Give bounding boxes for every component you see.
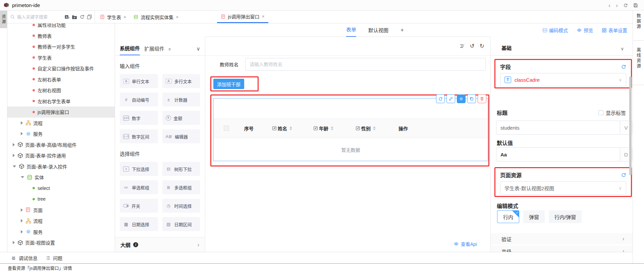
sidebar-item-student-table[interactable]: 学生表 — [7, 52, 115, 63]
sync-field-icon[interactable] — [436, 94, 445, 103]
code-mode-button[interactable]: 编码模式 — [542, 27, 568, 33]
column-header-gender[interactable]: 性别 — [356, 125, 398, 132]
preview-button[interactable]: 预览 — [577, 27, 593, 33]
sidebar-tab-resources[interactable]: 资源 — [0, 11, 7, 28]
component-auto-number[interactable]: #自动编号 — [120, 92, 158, 107]
sidebar-item-page[interactable]: 页面 — [7, 205, 115, 216]
sidebar-item-clipped[interactable]: 属性项目功能 — [7, 23, 115, 30]
caret-right-icon[interactable] — [21, 132, 23, 135]
component-number-range[interactable]: 1~3数字区间 — [120, 129, 158, 143]
caret-right-icon[interactable] — [13, 154, 15, 157]
collapse-all-icon[interactable] — [87, 14, 92, 19]
title-value-input[interactable]: students — [496, 121, 620, 135]
sidebar-item-page-view-settings[interactable]: 页面-视图设置 — [7, 237, 115, 248]
outline-panel-toggle[interactable]: 大纲 i › — [115, 237, 205, 252]
section-validation[interactable]: 验证 › — [491, 233, 633, 245]
problems-button[interactable]: 问题 — [45, 255, 62, 261]
add-view-button[interactable]: + — [400, 27, 404, 33]
teacher-name-input[interactable] — [245, 58, 486, 71]
tab-process-entity-set[interactable]: 流程实例实体集 × — [130, 11, 182, 23]
component-number[interactable]: 123数字 — [120, 111, 158, 125]
sidebar-item-entity[interactable]: 实体 — [7, 172, 115, 183]
caret-right-icon[interactable] — [13, 241, 15, 244]
component-tree-dropdown[interactable]: ⊟树形下拉 — [162, 162, 201, 176]
component-date-picker[interactable]: ▦日期选择 — [120, 217, 158, 231]
tab-default-view[interactable]: 默认视图 — [368, 26, 388, 33]
component-date-range[interactable]: ▤日期区间 — [162, 217, 201, 231]
sidebar-item-page-form-advanced-layout[interactable]: 页面-表单-高级/布局组件 — [7, 139, 115, 150]
copy-component-icon[interactable] — [467, 94, 476, 103]
inspector-scrollbar[interactable] — [629, 76, 632, 175]
component-counter[interactable]: ±计数器 — [162, 92, 201, 107]
close-tab-icon[interactable]: × — [262, 14, 265, 19]
component-amount[interactable]: ¥金额 — [162, 111, 201, 125]
debug-info-button[interactable]: 调试信息 — [11, 255, 38, 261]
refresh-field-icon[interactable] — [621, 64, 626, 69]
mode-popup[interactable]: 弹窗 — [523, 210, 545, 223]
field-select[interactable]: T classCadre ∨ — [500, 73, 626, 86]
sidebar-item-page-form-input-controls[interactable]: 页面-表单-录入控件 — [7, 161, 115, 172]
sidebar-item-teacher-one-to-many[interactable]: 教师表一对多学生 — [7, 41, 115, 52]
component-multi-line-text[interactable]: A多行文本 — [162, 74, 201, 88]
component-editor[interactable]: A≣编辑器 — [162, 129, 201, 143]
component-radio-group[interactable]: ≔单选框组 — [120, 180, 158, 194]
caret-right-icon[interactable] — [13, 143, 15, 146]
import-resource-icon[interactable] — [64, 14, 69, 19]
refresh-icon[interactable] — [623, 3, 628, 8]
mode-inline[interactable]: 行内 ✓ — [497, 210, 519, 223]
refresh-tree-icon[interactable] — [79, 14, 85, 19]
mode-inline-popup[interactable]: 行内/弹窗 — [549, 210, 582, 223]
column-header-name[interactable]: 姓名 — [272, 125, 313, 132]
nav-forward-icon[interactable]: › — [616, 2, 618, 8]
tab-system-components[interactable]: 系统组件 — [120, 45, 140, 55]
sidebar-item-teacher-table[interactable]: 教师表 — [7, 30, 115, 42]
caret-right-icon[interactable] — [21, 121, 23, 125]
default-value-input[interactable]: Aa — [496, 147, 620, 161]
delete-component-icon[interactable] — [478, 94, 486, 103]
link-field-icon[interactable] — [446, 94, 455, 103]
selected-table-component[interactable]: 序号 姓名 年龄 性别 — [213, 98, 488, 161]
save-icon[interactable] — [633, 3, 638, 8]
inspector-header[interactable]: 基础 ∨ — [491, 37, 633, 56]
close-tab-icon[interactable]: × — [176, 14, 178, 20]
caret-down-icon[interactable] — [21, 176, 24, 178]
form-settings-button[interactable]: 表单设置 — [602, 27, 627, 33]
component-switch[interactable]: 开关 — [120, 199, 158, 213]
view-api-link[interactable]: 查看Api — [453, 241, 477, 247]
sidebar-item-left-tree-right-view[interactable]: 左树右视图 — [7, 85, 115, 96]
caret-down-icon[interactable] — [13, 165, 16, 167]
sidebar-item-left-tree-right-student-form[interactable]: 左树右学生表单 — [7, 96, 115, 107]
sidebar-item-service[interactable]: 服务 — [7, 128, 115, 139]
caret-right-icon[interactable] — [21, 230, 23, 233]
sidebar-item-tree[interactable]: tree — [7, 194, 115, 205]
tab-js-popup-window[interactable]: js调用弹出窗口 × — [217, 11, 268, 23]
caret-right-icon[interactable] — [21, 219, 23, 222]
show-label-checkbox[interactable]: 显示标签 — [598, 109, 626, 116]
sidebar-item-select[interactable]: select — [7, 183, 115, 194]
sort-icons[interactable] — [331, 126, 333, 130]
component-dropdown[interactable]: ∨下拉选择 — [120, 162, 158, 176]
sidebar-item-left-tree-right-form[interactable]: 左树右表单 — [7, 74, 115, 85]
refresh-resource-icon[interactable] — [621, 172, 626, 178]
sidebar-item-page-form-common[interactable]: 页面-表单-控件通用 — [7, 150, 115, 161]
component-time-picker[interactable]: ◷时间选择 — [162, 199, 201, 213]
page-resource-select[interactable]: 学生表-默认视图2视图 ∨ — [500, 181, 626, 195]
sort-icons[interactable] — [289, 126, 292, 130]
sidebar-item-js-popup-window[interactable]: js调用弹出窗口 — [7, 107, 115, 118]
caret-right-icon[interactable] — [21, 208, 23, 212]
sidebar-item-process-2[interactable]: 流程 — [7, 215, 115, 226]
sidebar-item-custom-window-buttons[interactable]: 自定义窗口操作按钮及事件 — [7, 63, 115, 74]
sidebar-item-process[interactable]: 流程 — [7, 118, 115, 129]
tab-offline-resources[interactable]: 离线资源 — [633, 48, 644, 69]
component-settings-icon[interactable] — [457, 94, 466, 103]
palette-collapse-icon[interactable]: ∨ — [196, 46, 200, 55]
column-header-age[interactable]: 年龄 — [313, 125, 356, 132]
component-checkbox-group[interactable]: ≣多选框组 — [162, 180, 201, 194]
tab-form[interactable]: 表单 — [346, 23, 356, 37]
tab-extend-components[interactable]: 扩展组件 — [144, 45, 164, 55]
tab-student-table[interactable]: 学生表 × — [96, 11, 130, 23]
add-class-cadre-button[interactable]: 添加班干部 — [213, 79, 244, 89]
sidebar-item-service-2[interactable]: 服务 — [7, 226, 115, 237]
new-folder-icon[interactable] — [72, 15, 77, 19]
palette-menu-icon[interactable]: ≡ — [168, 47, 171, 55]
